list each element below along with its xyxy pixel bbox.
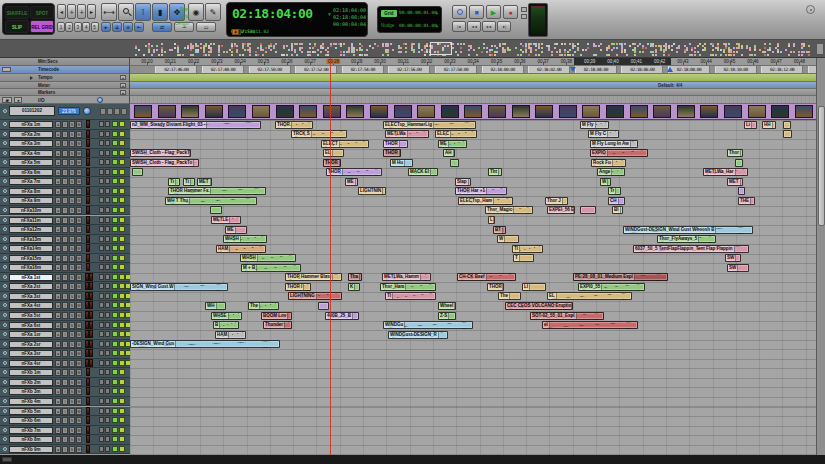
zoom-horizontal-button[interactable]: ✛ [77, 4, 86, 19]
solo-button[interactable]: S [69, 140, 75, 147]
track-color-dot[interactable] [3, 189, 7, 193]
track-color-dot[interactable] [3, 428, 7, 432]
audio-clip[interactable] [132, 168, 143, 176]
audio-clip[interactable]: BT [493, 226, 506, 234]
automation-mode-button[interactable] [105, 188, 110, 194]
selector-tool-button[interactable]: ▮ [152, 3, 168, 21]
record-enable-button[interactable]: ● [55, 236, 61, 243]
automation-mode-button[interactable] [105, 159, 110, 165]
input-monitor-button[interactable]: I [62, 131, 68, 138]
record-enable-button[interactable]: ● [55, 274, 61, 281]
track-color-dot[interactable] [3, 284, 7, 288]
output-path-button[interactable] [99, 188, 104, 194]
mute-button[interactable]: M [76, 245, 82, 252]
audio-clip[interactable]: M Fly [580, 121, 609, 129]
link-timeline-edit-button[interactable]: ⇄ [152, 22, 172, 32]
audio-clip[interactable]: LIGHTNING [288, 292, 342, 300]
edit-window-view-icon[interactable] [97, 97, 103, 103]
audio-clip[interactable]: EL [547, 292, 632, 300]
automation-mode-button[interactable] [105, 302, 110, 308]
output-path-button[interactable] [99, 369, 104, 375]
audio-clip[interactable]: TI [385, 292, 436, 300]
solo-button[interactable]: S [69, 369, 75, 376]
output-path-button[interactable] [99, 360, 104, 366]
solo-button[interactable]: S [69, 427, 75, 434]
automation-mode-button[interactable] [105, 226, 110, 232]
markers-ruler-label[interactable]: Markers+ [0, 89, 130, 96]
record-enable-button[interactable]: ● [55, 283, 61, 290]
audio-clip[interactable]: SIGN_Wind Gust W [130, 283, 228, 291]
input-monitor-button[interactable]: I [62, 236, 68, 243]
solo-button[interactable]: S [69, 226, 75, 233]
mute-button[interactable]: M [76, 398, 82, 405]
track-color-dot[interactable] [3, 256, 7, 260]
track-color-dot[interactable] [3, 122, 7, 126]
zoom-preset-5-button[interactable]: 5 [91, 22, 99, 32]
mute-button[interactable]: M [76, 322, 82, 329]
track-color-dot[interactable] [3, 275, 7, 279]
solo-button[interactable]: S [69, 188, 75, 195]
horizontal-scroll-handle[interactable] [2, 457, 12, 462]
output-path-button[interactable] [99, 388, 104, 394]
audio-clip[interactable]: BI [612, 206, 623, 214]
input-monitor-button[interactable]: I [62, 255, 68, 262]
track-name[interactable]: nFXa 3sr [9, 350, 53, 357]
track-name[interactable]: nFXa 6st [9, 322, 53, 329]
scroll-playhead-button[interactable]: ≋ [123, 22, 133, 32]
record-enable-button[interactable]: ● [55, 226, 61, 233]
solo-button[interactable]: S [69, 322, 75, 329]
record-enable-button[interactable]: ● [55, 131, 61, 138]
track-color-dot[interactable] [3, 170, 7, 174]
output-path-button[interactable] [99, 379, 104, 385]
tempo-ruler-label[interactable]: Tempo+ [0, 74, 130, 82]
mute-button[interactable]: M [76, 341, 82, 348]
automation-mode-button[interactable] [105, 121, 110, 127]
audio-clip[interactable]: K [348, 283, 360, 291]
audio-clip[interactable]: WHSH [223, 235, 267, 243]
minsec-ruler[interactable]: 00:2000:2100:2200:2300:2400:2500:2600:27… [130, 58, 816, 66]
audio-clip[interactable]: THOR [326, 168, 382, 176]
track-color-dot[interactable] [3, 447, 7, 451]
track-color-dot[interactable] [3, 361, 7, 365]
mute-button[interactable]: M [76, 379, 82, 386]
audio-clip[interactable]: Ti [183, 178, 195, 186]
audio-clip[interactable]: SW [725, 254, 741, 262]
track-name[interactable]: nFXa 2sr [9, 341, 53, 348]
mode-shuffle-button[interactable]: SHUFFLE [5, 6, 29, 19]
record-enable-button[interactable]: ● [55, 197, 61, 204]
vertical-scrollbar[interactable] [816, 58, 825, 455]
track-color-dot[interactable] [3, 409, 7, 413]
track-name[interactable]: nFXb 7m [9, 427, 53, 434]
input-monitor-button[interactable]: I [62, 322, 68, 329]
audio-clip[interactable]: Z-S [438, 312, 456, 320]
audio-clip[interactable]: T [513, 254, 534, 262]
scrubber-tool-button[interactable]: ◉ [188, 3, 204, 21]
record-enable-button[interactable]: ● [55, 417, 61, 424]
audio-clip[interactable]: -DESIGN_Wind Gus [130, 340, 280, 348]
output-path-button[interactable] [99, 264, 104, 270]
track-name[interactable]: nFXa14m [9, 245, 53, 252]
track-color-dot[interactable] [3, 227, 7, 231]
automation-mode-button[interactable] [105, 446, 110, 452]
track-list-caret-icon[interactable]: ▾ [14, 97, 22, 103]
audio-clip[interactable]: TRCK S [291, 130, 347, 138]
track-name[interactable]: nFXb 1m [9, 369, 53, 376]
input-monitor-button[interactable]: I [62, 379, 68, 386]
audio-clip[interactable] [735, 159, 743, 167]
solo-button[interactable]: S [69, 207, 75, 214]
audio-clip[interactable] [318, 302, 329, 310]
audio-clip[interactable]: WHSE [211, 312, 242, 320]
record-enable-button[interactable]: ● [55, 408, 61, 415]
output-path-button[interactable] [99, 197, 104, 203]
track-name[interactable]: nFXa 9m [9, 197, 53, 204]
mute-button[interactable]: M [76, 131, 82, 138]
mute-button[interactable]: M [76, 350, 82, 357]
track-color-dot[interactable] [3, 198, 7, 202]
universe-overview[interactable] [0, 40, 825, 58]
track-name[interactable]: nFXa 1m [9, 121, 53, 128]
record-enable-button[interactable]: ● [55, 379, 61, 386]
input-monitor-button[interactable]: I [62, 159, 68, 166]
track-color-dot[interactable] [3, 323, 7, 327]
audio-clip[interactable]: W [600, 178, 611, 186]
transport-collapse-button[interactable] [521, 14, 527, 19]
